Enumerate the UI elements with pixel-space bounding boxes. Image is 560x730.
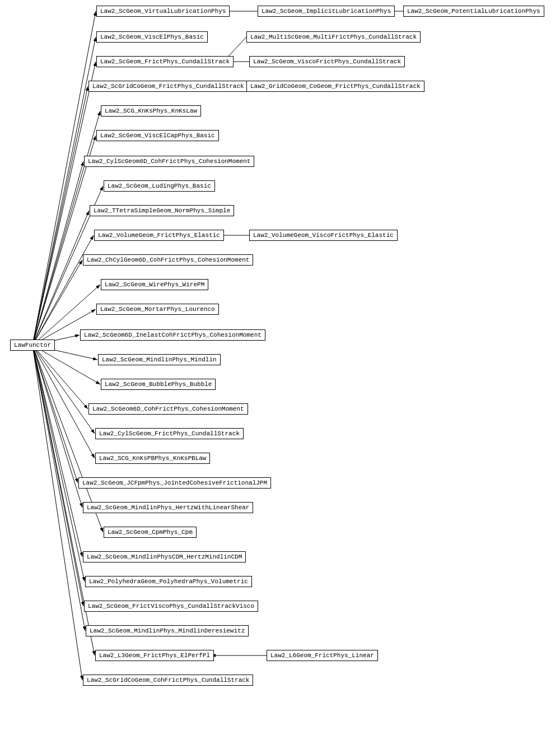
node-GridCoGeomGrid: Law2_GridCoGeom_CoGeom_FrictPhys_Cundall… [246, 81, 424, 92]
node-MortarPhys: Law2_ScGeom_MortarPhys_Lourenco [96, 304, 219, 315]
node-PolyhedraGeom: Law2_PolyhedraGeom_PolyhedraPhys_Volumet… [85, 576, 252, 587]
node-ScGeom6D-Inelast: Law2_ScGeom6D_InelastCohFrictPhys_Cohesi… [80, 329, 265, 341]
svg-line-26 [32, 345, 85, 631]
svg-line-20 [32, 345, 78, 483]
svg-line-28 [32, 345, 82, 680]
svg-line-18 [32, 345, 95, 434]
node-LawFunctor: LawFunctor [10, 340, 55, 351]
svg-line-9 [32, 211, 89, 345]
node-ViscElCap: Law2_ScGeom_ViscElCapPhys_Basic [96, 130, 219, 141]
node-L6Geom: Law2_L6Geom_FrictPhys_Linear [267, 650, 378, 661]
node-CpmPhys: Law2_ScGeom_CpmPhys_Cpm [104, 527, 197, 538]
svg-line-11 [32, 260, 82, 345]
node-JCFpm: Law2_ScGeom_JCFpmPhys_JointedCohesiveFri… [78, 477, 271, 489]
node-L3Geom: Law2_L3Geom_FrictPhys_ElPerfPl [95, 650, 214, 661]
node-FrictCundall: Law2_ScGeom_FrictPhys_CundallStrack [96, 56, 234, 67]
node-HertzLinear: Law2_ScGeom_MindlinPhys_HertzWithLinearS… [83, 502, 253, 513]
svg-line-7 [32, 161, 83, 345]
node-ChCylGeom6D: Law2_ChCylGeom6D_CohFrictPhys_CohesionMo… [83, 254, 253, 266]
svg-line-23 [32, 345, 82, 557]
svg-line-4 [32, 86, 88, 345]
node-ViscoFrictCundall: Law2_ScGeom_ViscoFrictPhys_CundallStrack [249, 56, 405, 67]
node-KnKsLaw: Law2_SCG_KnKsPhys_KnKsLaw [101, 105, 201, 117]
node-MultiScGeomFrict: Law2_MultiScGeom_MultiFrictPhys_CundallS… [246, 31, 421, 43]
node-VolumeGeomVisco: Law2_VolumeGeom_ViscoFrictPhys_Elastic [249, 230, 398, 241]
svg-line-5 [32, 111, 100, 345]
node-WirePhys: Law2_ScGeom_WirePhys_WirePM [101, 279, 208, 290]
svg-line-1 [32, 11, 96, 345]
node-ImplicitLubrication: Law2_ScGeom_ImplicitLubricationPhys [258, 6, 395, 17]
node-MindlinDeresiewitz: Law2_ScGeom_MindlinPhys_MindlinDeresiewi… [86, 625, 249, 636]
node-ViscElPhys: Law2_ScGeom_ViscElPhys_Basic [96, 31, 208, 43]
node-KnKsPBLaw: Law2_SCG_KnKsPBPhys_KnKsPBLaw [95, 453, 210, 464]
svg-line-3 [32, 62, 96, 345]
node-VolumeGeomFrict: Law2_VolumeGeom_FrictPhys_Elastic [94, 230, 224, 241]
node-ScGeom6D-Coh: Law2_ScGeom6D_CohFrictPhys_CohesionMomen… [88, 403, 248, 415]
node-FrictVisco: Law2_ScGeom_FrictViscoPhys_CundallStrack… [84, 601, 258, 612]
svg-line-10 [32, 235, 94, 345]
node-PotentialLubrication: Law2_ScGeom_PotentialLubricationPhys [403, 6, 544, 17]
svg-line-6 [32, 136, 96, 345]
node-CylScGeomFrict: Law2_CylScGeom_FrictPhys_CundallStrack [95, 428, 244, 439]
svg-line-19 [32, 345, 95, 458]
node-GridCoGeomFrict: Law2_ScGridCoGeom_FrictPhys_CundallStrac… [88, 81, 248, 92]
svg-line-24 [32, 345, 85, 582]
node-CylScGeom6D: Law2_CylScGeom6D_CohFrictPhys_CohesionMo… [84, 156, 254, 167]
node-VirtualLubrication: Law2_ScGeom_VirtualLubricationPhys [96, 6, 230, 17]
arrows-svg [0, 0, 560, 730]
node-MindlinPhys: Law2_ScGeom_MindlinPhys_Mindlin [98, 354, 221, 365]
svg-line-2 [32, 37, 96, 345]
diagram: LawFunctor Law2_ScGeom_VirtualLubricatio… [0, 0, 560, 730]
svg-line-17 [32, 345, 88, 409]
svg-line-21 [32, 345, 82, 508]
node-ScGridCoGeomCoh: Law2_ScGridCoGeom_CohFrictPhys_CundallSt… [83, 675, 253, 686]
node-BubblePhys: Law2_ScGeom_BubblePhys_Bubble [101, 379, 216, 390]
svg-line-25 [32, 345, 83, 606]
svg-line-16 [32, 345, 100, 384]
node-MindlinCDM: Law2_ScGeom_MindlinPhysCDM_HertzMindlinC… [83, 551, 246, 562]
node-LudingPhys: Law2_ScGeom_LudingPhys_Basic [104, 180, 215, 192]
node-TTetraSimple: Law2_TTetraSimpleGeom_NormPhys_Simple [90, 205, 234, 216]
